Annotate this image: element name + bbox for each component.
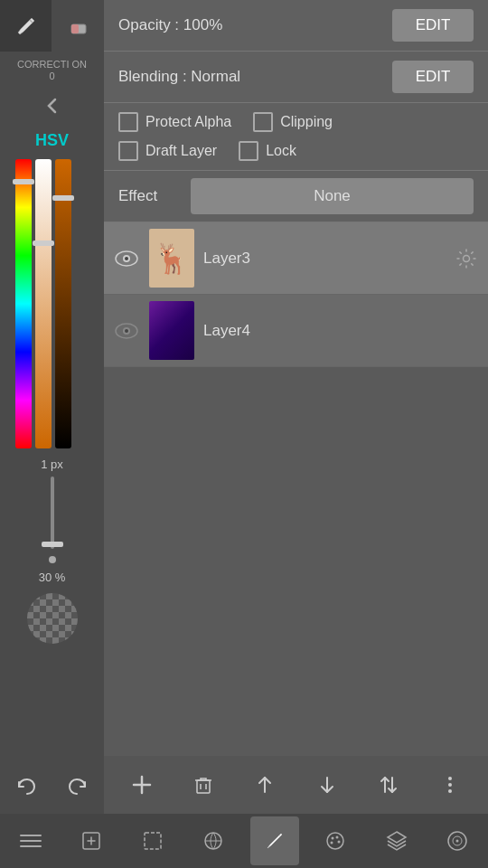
layer3-name: Layer3 bbox=[203, 250, 445, 268]
draft-layer-checkbox-item[interactable]: Draft Layer bbox=[118, 141, 217, 161]
dot-indicator bbox=[49, 556, 56, 563]
tool-icons-top bbox=[0, 0, 104, 52]
svg-point-29 bbox=[331, 842, 333, 844]
saturation-slider[interactable] bbox=[35, 159, 52, 448]
opacity-percent-label: 30 % bbox=[39, 567, 66, 588]
gear-icon-layer3[interactable] bbox=[454, 246, 479, 271]
layer-row[interactable]: Layer4 bbox=[104, 295, 488, 367]
edit-button[interactable] bbox=[67, 816, 116, 865]
hue-handle[interactable] bbox=[13, 179, 34, 184]
shape-button[interactable] bbox=[189, 816, 238, 865]
layer4-name: Layer4 bbox=[203, 322, 479, 340]
palette-button[interactable] bbox=[311, 816, 360, 865]
color-sliders bbox=[12, 156, 93, 452]
brush-preview bbox=[27, 593, 78, 644]
pencil-tool-button[interactable] bbox=[0, 0, 52, 52]
layers-container: 🦌 Layer3 Layer4 bbox=[104, 222, 488, 756]
svg-point-4 bbox=[125, 257, 128, 260]
layer-row[interactable]: 🦌 Layer3 bbox=[104, 222, 488, 295]
checkbox-row-2: Draft Layer Lock bbox=[118, 141, 474, 161]
layers-empty-area bbox=[104, 367, 488, 548]
blending-row: Blending : Normal EDIT bbox=[104, 52, 488, 102]
svg-point-8 bbox=[125, 329, 128, 333]
draft-layer-checkbox[interactable] bbox=[118, 141, 138, 161]
correction-label: CORRECTI ON 0 bbox=[14, 52, 90, 86]
size-slider-container bbox=[16, 473, 89, 567]
draft-layer-label: Draft Layer bbox=[145, 143, 217, 159]
hsv-label: HSV bbox=[35, 126, 69, 156]
protect-alpha-checkbox-item[interactable]: Protect Alpha bbox=[118, 112, 231, 132]
checkbox-row-1: Protect Alpha Clipping bbox=[118, 112, 474, 132]
grid-button[interactable] bbox=[433, 816, 482, 865]
layer-toolbar bbox=[104, 756, 488, 814]
select-button[interactable] bbox=[128, 816, 177, 865]
svg-rect-11 bbox=[197, 780, 210, 793]
opacity-edit-button[interactable]: EDIT bbox=[392, 9, 474, 42]
opacity-label: Opacity : 100% bbox=[118, 16, 392, 34]
layer3-thumbnail: 🦌 bbox=[149, 229, 194, 288]
lock-checkbox-item[interactable]: Lock bbox=[239, 141, 296, 161]
swap-layers-button[interactable] bbox=[367, 763, 410, 807]
svg-point-25 bbox=[327, 833, 343, 849]
effect-label: Effect bbox=[118, 187, 182, 205]
svg-rect-22 bbox=[145, 833, 161, 849]
clipping-label: Clipping bbox=[280, 114, 333, 130]
size-slider[interactable] bbox=[51, 476, 54, 549]
protect-alpha-label: Protect Alpha bbox=[145, 114, 231, 130]
svg-marker-30 bbox=[388, 832, 406, 843]
checkbox-area: Protect Alpha Clipping Draft Layer Lock bbox=[104, 103, 488, 170]
svg-point-26 bbox=[332, 837, 334, 840]
lock-checkbox[interactable] bbox=[239, 141, 258, 161]
add-layer-button[interactable] bbox=[120, 763, 164, 807]
svg-point-28 bbox=[338, 841, 341, 844]
saturation-handle[interactable] bbox=[33, 241, 54, 246]
left-toolbar: CORRECTI ON 0 HSV 1 px bbox=[0, 0, 104, 814]
size-label: 1 px bbox=[41, 452, 63, 473]
blending-edit-button[interactable]: EDIT bbox=[392, 61, 474, 93]
opacity-row: Opacity : 100% EDIT bbox=[104, 0, 488, 51]
redo-button[interactable] bbox=[56, 765, 99, 808]
svg-point-33 bbox=[456, 840, 459, 843]
hue-slider[interactable] bbox=[15, 159, 32, 448]
clipping-checkbox-item[interactable]: Clipping bbox=[253, 112, 333, 132]
protect-alpha-checkbox[interactable] bbox=[118, 112, 138, 132]
eye-icon-layer4[interactable] bbox=[113, 317, 140, 344]
more-options-button[interactable] bbox=[428, 763, 472, 807]
delete-layer-button[interactable] bbox=[182, 763, 225, 807]
eye-icon-layer3[interactable] bbox=[113, 245, 140, 272]
svg-point-5 bbox=[464, 255, 470, 261]
svg-point-17 bbox=[448, 789, 452, 793]
svg-point-16 bbox=[448, 783, 452, 787]
lock-label: Lock bbox=[266, 143, 296, 159]
blending-label: Blending : Normal bbox=[118, 68, 392, 86]
undo-button[interactable] bbox=[5, 765, 48, 808]
effect-row: Effect None bbox=[104, 171, 488, 222]
clipping-checkbox[interactable] bbox=[253, 112, 273, 132]
bottom-nav bbox=[0, 814, 488, 868]
menu-button[interactable] bbox=[6, 816, 55, 865]
effect-value[interactable]: None bbox=[191, 178, 474, 214]
move-layer-down-button[interactable] bbox=[305, 763, 349, 807]
main-panel: Opacity : 100% EDIT Blending : Normal ED… bbox=[104, 0, 488, 814]
svg-point-27 bbox=[336, 836, 339, 839]
value-slider[interactable] bbox=[55, 159, 71, 448]
svg-point-15 bbox=[448, 777, 452, 780]
eraser-tool-button[interactable] bbox=[52, 0, 103, 52]
value-handle[interactable] bbox=[52, 195, 74, 201]
back-button[interactable] bbox=[0, 86, 104, 126]
move-layer-up-button[interactable] bbox=[243, 763, 286, 807]
svg-rect-1 bbox=[71, 24, 79, 33]
size-slider-handle[interactable] bbox=[42, 542, 63, 547]
undo-redo-bar bbox=[0, 760, 104, 814]
layers-button[interactable] bbox=[372, 816, 421, 865]
pen-button[interactable] bbox=[250, 816, 299, 865]
layer4-thumbnail bbox=[149, 301, 194, 360]
